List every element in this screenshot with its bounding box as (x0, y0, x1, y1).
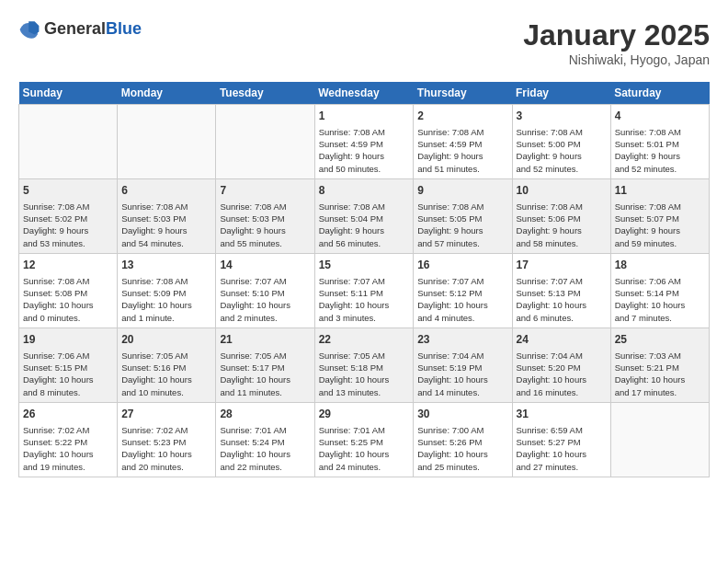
day-number: 16 (417, 258, 507, 273)
table-row: 2Sunrise: 7:08 AM Sunset: 4:59 PM Daylig… (414, 105, 512, 179)
table-row: 13Sunrise: 7:08 AM Sunset: 5:09 PM Dayli… (118, 253, 216, 327)
calendar-table: Sunday Monday Tuesday Wednesday Thursday… (18, 82, 710, 477)
day-number: 19 (23, 332, 113, 348)
calendar-week-row: 12Sunrise: 7:08 AM Sunset: 5:08 PM Dayli… (19, 253, 710, 327)
day-info: Sunrise: 7:08 AM Sunset: 5:09 PM Dayligh… (121, 275, 211, 324)
logo: GeneralBlue (18, 18, 142, 40)
day-number: 21 (220, 332, 310, 348)
day-number: 29 (319, 407, 410, 422)
table-row (216, 105, 314, 179)
day-number: 7 (220, 183, 310, 199)
day-number: 8 (319, 183, 410, 199)
day-number: 14 (220, 258, 310, 273)
col-saturday: Saturday (610, 82, 709, 105)
day-number: 1 (319, 109, 410, 124)
day-info: Sunrise: 7:08 AM Sunset: 5:06 PM Dayligh… (517, 201, 607, 249)
day-info: Sunrise: 7:05 AM Sunset: 5:16 PM Dayligh… (121, 350, 211, 398)
day-info: Sunrise: 7:08 AM Sunset: 4:59 PM Dayligh… (319, 126, 410, 175)
table-row: 26Sunrise: 7:02 AM Sunset: 5:22 PM Dayli… (19, 402, 118, 477)
day-info: Sunrise: 7:01 AM Sunset: 5:24 PM Dayligh… (220, 424, 310, 473)
day-info: Sunrise: 7:02 AM Sunset: 5:23 PM Dayligh… (121, 424, 211, 473)
logo-text: GeneralBlue (44, 20, 142, 39)
day-info: Sunrise: 7:04 AM Sunset: 5:20 PM Dayligh… (517, 350, 607, 398)
table-row: 23Sunrise: 7:04 AM Sunset: 5:19 PM Dayli… (414, 327, 512, 402)
day-info: Sunrise: 7:07 AM Sunset: 5:13 PM Dayligh… (517, 275, 607, 324)
day-number: 18 (615, 258, 705, 273)
calendar-header-row: Sunday Monday Tuesday Wednesday Thursday… (19, 82, 710, 105)
col-monday: Monday (118, 82, 216, 105)
table-row: 16Sunrise: 7:07 AM Sunset: 5:12 PM Dayli… (414, 253, 512, 327)
col-thursday: Thursday (414, 82, 512, 105)
table-row: 10Sunrise: 7:08 AM Sunset: 5:06 PM Dayli… (512, 178, 610, 253)
table-row: 6Sunrise: 7:08 AM Sunset: 5:03 PM Daylig… (118, 178, 216, 253)
table-row: 31Sunrise: 6:59 AM Sunset: 5:27 PM Dayli… (512, 402, 610, 477)
day-number: 22 (319, 332, 410, 348)
day-info: Sunrise: 7:08 AM Sunset: 5:03 PM Dayligh… (121, 201, 211, 249)
col-sunday: Sunday (19, 82, 118, 105)
day-info: Sunrise: 6:59 AM Sunset: 5:27 PM Dayligh… (517, 424, 607, 473)
day-info: Sunrise: 7:07 AM Sunset: 5:12 PM Dayligh… (417, 275, 507, 324)
day-number: 31 (517, 407, 607, 422)
table-row: 21Sunrise: 7:05 AM Sunset: 5:17 PM Dayli… (216, 327, 314, 402)
logo-blue: Blue (106, 19, 142, 38)
month-title: January 2025 (523, 18, 710, 52)
table-row: 17Sunrise: 7:07 AM Sunset: 5:13 PM Dayli… (512, 253, 610, 327)
table-row: 20Sunrise: 7:05 AM Sunset: 5:16 PM Dayli… (118, 327, 216, 402)
day-number: 9 (417, 183, 507, 199)
day-info: Sunrise: 7:00 AM Sunset: 5:26 PM Dayligh… (417, 424, 507, 473)
table-row: 22Sunrise: 7:05 AM Sunset: 5:18 PM Dayli… (314, 327, 414, 402)
day-number: 4 (615, 109, 705, 124)
day-info: Sunrise: 7:08 AM Sunset: 5:02 PM Dayligh… (23, 201, 113, 249)
col-wednesday: Wednesday (314, 82, 414, 105)
calendar-week-row: 19Sunrise: 7:06 AM Sunset: 5:15 PM Dayli… (19, 327, 710, 402)
day-info: Sunrise: 7:01 AM Sunset: 5:25 PM Dayligh… (319, 424, 410, 473)
table-row: 14Sunrise: 7:07 AM Sunset: 5:10 PM Dayli… (216, 253, 314, 327)
title-block: January 2025 Nishiwaki, Hyogo, Japan (523, 18, 710, 67)
day-number: 5 (23, 183, 113, 199)
table-row: 4Sunrise: 7:08 AM Sunset: 5:01 PM Daylig… (610, 105, 709, 179)
table-row: 15Sunrise: 7:07 AM Sunset: 5:11 PM Dayli… (314, 253, 414, 327)
day-number: 26 (23, 407, 113, 422)
table-row (118, 105, 216, 179)
table-row: 12Sunrise: 7:08 AM Sunset: 5:08 PM Dayli… (19, 253, 118, 327)
day-info: Sunrise: 7:05 AM Sunset: 5:17 PM Dayligh… (220, 350, 310, 398)
col-friday: Friday (512, 82, 610, 105)
logo-icon (18, 18, 40, 40)
day-number: 6 (121, 183, 211, 199)
table-row: 30Sunrise: 7:00 AM Sunset: 5:26 PM Dayli… (414, 402, 512, 477)
day-number: 27 (121, 407, 211, 422)
day-info: Sunrise: 7:02 AM Sunset: 5:22 PM Dayligh… (23, 424, 113, 473)
table-row: 1Sunrise: 7:08 AM Sunset: 4:59 PM Daylig… (314, 105, 414, 179)
day-number: 28 (220, 407, 310, 422)
day-number: 24 (517, 332, 607, 348)
col-tuesday: Tuesday (216, 82, 314, 105)
table-row: 19Sunrise: 7:06 AM Sunset: 5:15 PM Dayli… (19, 327, 118, 402)
table-row (19, 105, 118, 179)
location: Nishiwaki, Hyogo, Japan (523, 52, 710, 67)
day-info: Sunrise: 7:08 AM Sunset: 5:04 PM Dayligh… (319, 201, 410, 249)
day-number: 13 (121, 258, 211, 273)
table-row: 5Sunrise: 7:08 AM Sunset: 5:02 PM Daylig… (19, 178, 118, 253)
day-number: 3 (517, 109, 607, 124)
day-number: 30 (417, 407, 507, 422)
day-info: Sunrise: 7:08 AM Sunset: 4:59 PM Dayligh… (417, 126, 507, 175)
day-number: 11 (615, 183, 705, 199)
header: GeneralBlue January 2025 Nishiwaki, Hyog… (18, 18, 710, 67)
day-number: 12 (23, 258, 113, 273)
day-info: Sunrise: 7:08 AM Sunset: 5:03 PM Dayligh… (220, 201, 310, 249)
table-row: 29Sunrise: 7:01 AM Sunset: 5:25 PM Dayli… (314, 402, 414, 477)
day-info: Sunrise: 7:06 AM Sunset: 5:15 PM Dayligh… (23, 350, 113, 398)
table-row: 7Sunrise: 7:08 AM Sunset: 5:03 PM Daylig… (216, 178, 314, 253)
table-row: 25Sunrise: 7:03 AM Sunset: 5:21 PM Dayli… (610, 327, 709, 402)
calendar-week-row: 26Sunrise: 7:02 AM Sunset: 5:22 PM Dayli… (19, 402, 710, 477)
day-info: Sunrise: 7:08 AM Sunset: 5:08 PM Dayligh… (23, 275, 113, 324)
day-number: 20 (121, 332, 211, 348)
table-row: 24Sunrise: 7:04 AM Sunset: 5:20 PM Dayli… (512, 327, 610, 402)
day-info: Sunrise: 7:08 AM Sunset: 5:07 PM Dayligh… (615, 201, 705, 249)
day-info: Sunrise: 7:06 AM Sunset: 5:14 PM Dayligh… (615, 275, 705, 324)
table-row: 11Sunrise: 7:08 AM Sunset: 5:07 PM Dayli… (610, 178, 709, 253)
day-number: 23 (417, 332, 507, 348)
table-row: 28Sunrise: 7:01 AM Sunset: 5:24 PM Dayli… (216, 402, 314, 477)
day-number: 15 (319, 258, 410, 273)
day-info: Sunrise: 7:08 AM Sunset: 5:00 PM Dayligh… (517, 126, 607, 175)
